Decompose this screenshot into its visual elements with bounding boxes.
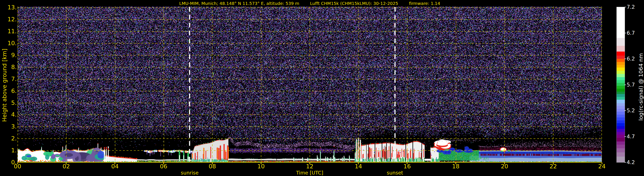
colorbar xyxy=(616,7,625,163)
colorbar-tick-label: 4.2 xyxy=(627,159,642,166)
x-axis-tickmark xyxy=(212,163,213,164)
y-tick-label: 12. xyxy=(0,16,17,23)
x-axis-tickmark xyxy=(163,163,164,164)
x-axis-tickmark xyxy=(504,163,505,164)
x-axis-tickmark xyxy=(358,163,359,164)
ceilometer-quicklook: LMU-MIM, Munich; 48.148° N 11.573° E, al… xyxy=(0,0,644,176)
y-axis-label: Height above ground [km] xyxy=(1,49,8,122)
x-axis-label: Time [UTC] xyxy=(18,170,602,176)
y-tick-label: 3. xyxy=(0,123,17,130)
y-tick-label: 2. xyxy=(0,135,17,142)
colorbar-tick-label: 6.7 xyxy=(627,30,642,36)
page-title: LMU-MIM, Munich; 48.148° N 11.573° E, al… xyxy=(18,1,602,6)
colorbar-tickmark xyxy=(624,85,626,85)
y-tick-label: 11. xyxy=(0,28,17,35)
colorbar-tickmark xyxy=(624,33,626,33)
x-axis-tickmark xyxy=(407,163,408,164)
x-axis-tickmark xyxy=(66,163,66,164)
colorbar-tickmark xyxy=(624,136,626,137)
colorbar-label: log(rc-signal) @ 1064 nm xyxy=(638,53,644,121)
x-axis-tickmark xyxy=(17,163,18,164)
colorbar-tickmark xyxy=(624,162,626,163)
colorbar-tickmark xyxy=(624,7,626,7)
colorbar-tickmark xyxy=(624,110,626,111)
y-tick-label: 13. xyxy=(0,4,17,11)
colorbar-tick-label: 7.2 xyxy=(627,4,642,10)
x-axis-tickmark xyxy=(553,163,554,164)
y-tick-label: 10. xyxy=(0,40,17,47)
y-tick-label: 1. xyxy=(0,147,17,154)
x-axis-tickmark xyxy=(261,163,262,164)
x-axis-tickmark xyxy=(456,163,456,164)
title-instrument: Lufft CHM15k (CHM15kLMU): 30-12-2025 xyxy=(310,1,398,6)
x-axis-tickmark xyxy=(310,163,310,164)
x-axis-tickmark xyxy=(114,163,115,164)
title-station: LMU-MIM, Munich; 48.148° N 11.573° E, al… xyxy=(179,1,300,6)
colorbar-tick-label: 4.7 xyxy=(627,133,642,140)
title-firmware: firmware: 1.14 xyxy=(409,1,440,6)
x-axis-tickmark xyxy=(602,163,602,164)
backscatter-heatmap-canvas xyxy=(18,6,602,162)
sunset-annotation: sunset xyxy=(372,170,418,176)
colorbar-tickmark xyxy=(624,59,626,59)
